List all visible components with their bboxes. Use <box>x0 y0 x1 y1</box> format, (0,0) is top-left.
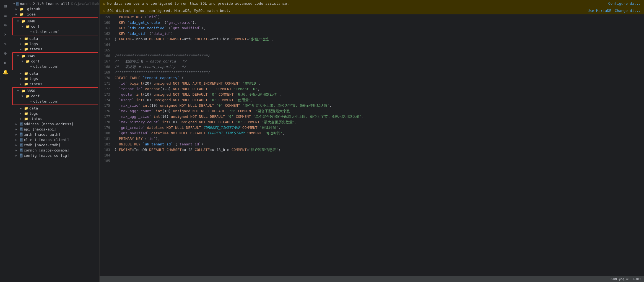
code-editor[interactable]: 159 PRIMARY KEY (`nid`), 160 KEY `idx_gm… <box>100 14 644 276</box>
file-icon: ≡ <box>30 100 32 103</box>
tree-item-client[interactable]: ▶ M client [nacos-client] <box>11 137 99 142</box>
project-icon[interactable]: ⊞ <box>2 2 9 10</box>
tree-item-8849-status[interactable]: ▶ 📁 status <box>11 81 99 87</box>
highlight-box-8849: ▼ 📁 8849 ▼ 📁 conf ▶ ≡ cluster.conf <box>12 52 98 70</box>
code-line-159: 159 PRIMARY KEY (`nid`), <box>100 14 644 20</box>
code-content: /***************************************… <box>113 70 644 75</box>
run-icon[interactable]: ▶ <box>2 59 9 66</box>
tree-item-8850-data[interactable]: ▶ 📁 data <box>11 106 99 111</box>
code-line-167: 167 /* 数据库全名 = nacos_config */ <box>100 59 644 64</box>
code-line-161: 161 KEY `idx_gmt_modified` (`gmt_modifie… <box>100 25 644 31</box>
status-user: CSDN @qq_41956309 <box>609 277 641 281</box>
code-content: `quota` int(10) unsigned NOT NULL DEFAUL… <box>113 92 644 97</box>
code-line-170: 170 CREATE TABLE `tenant_capacity` ( <box>100 75 644 81</box>
folder-icon: 📁 <box>20 7 24 11</box>
chevron-down-icon: ▼ <box>17 89 20 92</box>
line-number: 159 <box>100 14 113 20</box>
tree-item-label: status <box>29 117 42 121</box>
tree-item-8849-cluster-conf[interactable]: ▶ ≡ cluster.conf <box>13 64 98 69</box>
tree-item-8848-data[interactable]: ▶ 📁 data <box>11 36 99 41</box>
tree-item-8850[interactable]: ▼ 📁 8850 <box>13 88 98 93</box>
tree-item-label: auth [nacos-auth] <box>24 132 61 137</box>
code-content: `max_aggr_count` int(10) unsigned NOT NU… <box>113 108 644 114</box>
folder-icon: 📁 <box>24 72 28 75</box>
tree-item-8848[interactable]: ▼ 📁 8848 <box>13 19 98 24</box>
tree-item-label: .idea <box>25 12 36 16</box>
line-number: 165 <box>100 48 113 53</box>
code-content: ) ENGINE=InnoDB DEFAULT CHARSET=utf8 COL… <box>113 147 644 153</box>
tree-item-8849-data[interactable]: ▶ 📁 data <box>11 71 99 76</box>
line-number: 168 <box>100 64 113 70</box>
tree-root[interactable]: ▼ M nacos-2.1.0 [nacos-all] D:\java\alib… <box>11 1 99 6</box>
tree-item-8849-logs[interactable]: ▶ 📁 logs <box>11 76 99 81</box>
chevron-right-icon: ▶ <box>15 13 19 16</box>
code-line-185: 185 <box>100 158 644 164</box>
tree-item-8848-logs[interactable]: ▶ 📁 logs <box>11 41 99 46</box>
tree-item-config[interactable]: ▶ M config [nacos-config] <box>11 153 99 158</box>
code-line-171: 171 `id` bigint(20) unsigned NOT NULL AU… <box>100 81 644 86</box>
tree-item-8850-cluster-conf[interactable]: ▶ ≡ cluster.conf <box>13 99 98 104</box>
code-line-178: 178 `max_history_count` int(10) unsigned… <box>100 119 644 125</box>
folder-icon: 📁 <box>20 12 24 16</box>
line-number: 163 <box>100 36 113 42</box>
file-icon: ≡ <box>30 30 32 33</box>
structure-icon[interactable]: ≡ <box>2 12 9 19</box>
line-number: 181 <box>100 136 113 142</box>
tree-item-common[interactable]: ▶ M common [nacos-common] <box>11 148 99 153</box>
folder-icon: 📁 <box>24 82 28 86</box>
line-number: 160 <box>100 20 113 25</box>
code-line-160: 160 KEY `idx_gmt_create` (`gmt_create`), <box>100 20 644 25</box>
tree-item-label: conf <box>31 24 40 28</box>
tree-item-8850-conf[interactable]: ▼ 📁 conf <box>13 93 98 99</box>
tree-item-cmdb[interactable]: ▶ M cmdb [nacos-cmdb] <box>11 142 99 148</box>
folder-icon: 📁 <box>21 19 25 23</box>
tree-item-8849[interactable]: ▼ 📁 8849 <box>13 53 98 59</box>
folder-icon: 📁 <box>26 59 30 63</box>
chevron-right-icon: ▶ <box>15 133 19 136</box>
root-label: nacos-2.1.0 [nacos-all] <box>20 2 70 6</box>
line-number: 174 <box>100 97 113 103</box>
code-line-172: 172 `tenant_id` varchar(128) NOT NULL DE… <box>100 86 644 92</box>
settings-icon[interactable]: ⚙ <box>2 49 9 57</box>
code-content: `gmt_modified` datetime NOT NULL DEFAULT… <box>113 130 644 136</box>
tree-item-address[interactable]: ▶ M address [nacos-address] <box>11 121 99 127</box>
notification-actions: Use MariaDB Change di... <box>588 9 641 13</box>
code-line-182: 182 UNIQUE KEY `uk_tenant_id` (`tenant_i… <box>100 142 644 147</box>
tree-item-idea[interactable]: ▶ 📁 .idea <box>11 12 99 17</box>
chevron-right-icon: ▶ <box>20 72 23 75</box>
tree-item-8848-cluster-conf[interactable]: ▶ ≡ cluster.conf <box>13 29 98 34</box>
module-icon: M <box>20 132 23 137</box>
line-number: 172 <box>100 86 113 92</box>
change-dialect-link[interactable]: Change di... <box>615 9 641 13</box>
tree-item-8848-conf[interactable]: ▼ 📁 conf <box>13 24 98 29</box>
line-number: 178 <box>100 119 113 125</box>
tree-item-label: 8849 <box>27 54 35 58</box>
notification-icon[interactable]: 🔔 <box>2 68 9 76</box>
code-content: KEY `idx_gmt_create` (`gmt_create`), <box>113 20 644 25</box>
tree-item-github[interactable]: ▶ 📁 .github <box>11 6 99 12</box>
tree-item-api[interactable]: ▶ M api [nacos-api] <box>11 127 99 132</box>
tree-item-label: data <box>29 36 38 41</box>
folder-icon: 📁 <box>24 42 28 46</box>
tree-item-8848-status[interactable]: ▶ 📁 status <box>11 46 99 52</box>
tree-item-8849-conf[interactable]: ▼ 📁 conf <box>13 59 98 64</box>
close-icon[interactable]: × <box>2 30 9 38</box>
configure-datasource-link[interactable]: Configure da... <box>608 1 641 6</box>
code-line-166: 166 /***********************************… <box>100 53 644 59</box>
tree-item-label: .github <box>25 7 40 11</box>
use-mariadb-link[interactable]: Use MariaDB <box>588 9 611 13</box>
code-line-177: 177 `max_aggr_size` int(10) unsigned NOT… <box>100 114 644 119</box>
edit-icon[interactable]: ✎ <box>2 40 9 48</box>
code-line-175: 175 `max_size` int(10) unsigned NOT NULL… <box>100 103 644 108</box>
tree-item-8850-status[interactable]: ▶ 📁 status <box>11 116 99 121</box>
chevron-right-icon: ▶ <box>15 7 19 11</box>
code-content: KEY `idx_did` (`data_id`) <box>113 31 644 36</box>
module-icon: M <box>20 122 23 126</box>
tree-item-8850-logs[interactable]: ▶ 📁 logs <box>11 111 99 116</box>
code-line-181: 181 PRIMARY KEY (`id`), <box>100 136 644 142</box>
chevron-down-icon: ▼ <box>13 2 15 5</box>
code-content: `max_aggr_size` int(10) unsigned NOT NUL… <box>113 114 644 119</box>
tree-item-auth[interactable]: ▶ M auth [nacos-auth] <box>11 132 99 137</box>
status-bar: CSDN @qq_41956309 <box>100 276 644 282</box>
add-icon[interactable]: ⊕ <box>2 21 9 29</box>
